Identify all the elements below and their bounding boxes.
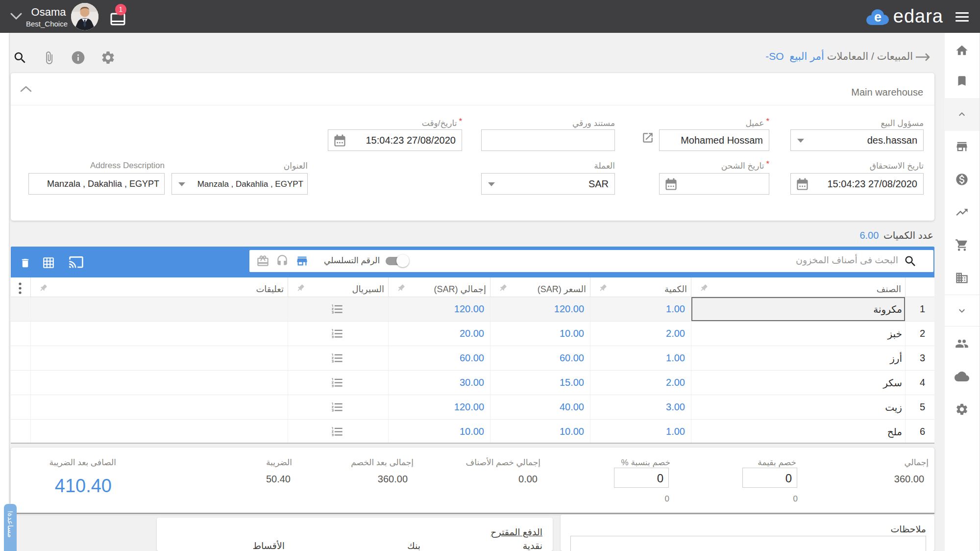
svg-text:e: e xyxy=(874,10,882,25)
